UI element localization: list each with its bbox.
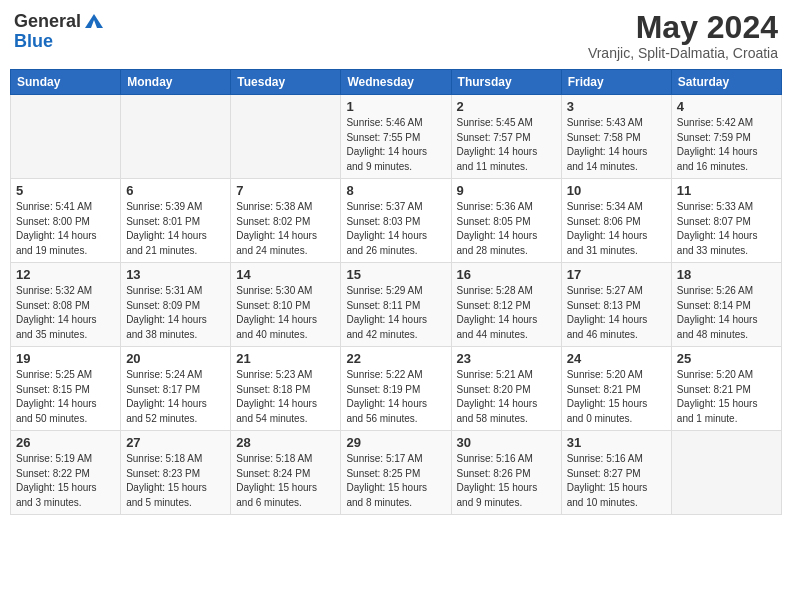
weekday-header-friday: Friday	[561, 70, 671, 95]
calendar-day-cell: 8Sunrise: 5:37 AMSunset: 8:03 PMDaylight…	[341, 179, 451, 263]
logo-icon	[83, 10, 105, 32]
calendar-day-cell: 19Sunrise: 5:25 AMSunset: 8:15 PMDayligh…	[11, 347, 121, 431]
day-info: Sunrise: 5:27 AMSunset: 8:13 PMDaylight:…	[567, 284, 666, 342]
calendar-day-cell: 14Sunrise: 5:30 AMSunset: 8:10 PMDayligh…	[231, 263, 341, 347]
logo-blue-text: Blue	[14, 32, 105, 50]
calendar-day-cell: 25Sunrise: 5:20 AMSunset: 8:21 PMDayligh…	[671, 347, 781, 431]
day-number: 5	[16, 183, 115, 198]
calendar-day-cell: 31Sunrise: 5:16 AMSunset: 8:27 PMDayligh…	[561, 431, 671, 515]
calendar-day-cell: 2Sunrise: 5:45 AMSunset: 7:57 PMDaylight…	[451, 95, 561, 179]
calendar-day-cell: 13Sunrise: 5:31 AMSunset: 8:09 PMDayligh…	[121, 263, 231, 347]
calendar-day-cell: 28Sunrise: 5:18 AMSunset: 8:24 PMDayligh…	[231, 431, 341, 515]
day-info: Sunrise: 5:28 AMSunset: 8:12 PMDaylight:…	[457, 284, 556, 342]
day-number: 13	[126, 267, 225, 282]
day-number: 29	[346, 435, 445, 450]
day-info: Sunrise: 5:37 AMSunset: 8:03 PMDaylight:…	[346, 200, 445, 258]
day-info: Sunrise: 5:30 AMSunset: 8:10 PMDaylight:…	[236, 284, 335, 342]
day-info: Sunrise: 5:16 AMSunset: 8:26 PMDaylight:…	[457, 452, 556, 510]
calendar-day-cell: 29Sunrise: 5:17 AMSunset: 8:25 PMDayligh…	[341, 431, 451, 515]
day-info: Sunrise: 5:16 AMSunset: 8:27 PMDaylight:…	[567, 452, 666, 510]
day-info: Sunrise: 5:21 AMSunset: 8:20 PMDaylight:…	[457, 368, 556, 426]
day-number: 7	[236, 183, 335, 198]
calendar-week-row: 5Sunrise: 5:41 AMSunset: 8:00 PMDaylight…	[11, 179, 782, 263]
day-info: Sunrise: 5:20 AMSunset: 8:21 PMDaylight:…	[677, 368, 776, 426]
day-number: 15	[346, 267, 445, 282]
weekday-header-tuesday: Tuesday	[231, 70, 341, 95]
calendar-day-cell: 18Sunrise: 5:26 AMSunset: 8:14 PMDayligh…	[671, 263, 781, 347]
day-info: Sunrise: 5:43 AMSunset: 7:58 PMDaylight:…	[567, 116, 666, 174]
calendar-day-cell: 26Sunrise: 5:19 AMSunset: 8:22 PMDayligh…	[11, 431, 121, 515]
logo: General Blue	[14, 10, 105, 50]
day-number: 12	[16, 267, 115, 282]
day-number: 30	[457, 435, 556, 450]
day-number: 20	[126, 351, 225, 366]
day-info: Sunrise: 5:26 AMSunset: 8:14 PMDaylight:…	[677, 284, 776, 342]
calendar-day-cell: 20Sunrise: 5:24 AMSunset: 8:17 PMDayligh…	[121, 347, 231, 431]
calendar-day-cell: 4Sunrise: 5:42 AMSunset: 7:59 PMDaylight…	[671, 95, 781, 179]
day-info: Sunrise: 5:19 AMSunset: 8:22 PMDaylight:…	[16, 452, 115, 510]
day-info: Sunrise: 5:36 AMSunset: 8:05 PMDaylight:…	[457, 200, 556, 258]
day-number: 21	[236, 351, 335, 366]
day-info: Sunrise: 5:41 AMSunset: 8:00 PMDaylight:…	[16, 200, 115, 258]
calendar-day-cell	[121, 95, 231, 179]
day-number: 27	[126, 435, 225, 450]
calendar-day-cell: 30Sunrise: 5:16 AMSunset: 8:26 PMDayligh…	[451, 431, 561, 515]
day-info: Sunrise: 5:32 AMSunset: 8:08 PMDaylight:…	[16, 284, 115, 342]
day-number: 26	[16, 435, 115, 450]
day-info: Sunrise: 5:45 AMSunset: 7:57 PMDaylight:…	[457, 116, 556, 174]
weekday-header-wednesday: Wednesday	[341, 70, 451, 95]
day-number: 3	[567, 99, 666, 114]
calendar-day-cell: 27Sunrise: 5:18 AMSunset: 8:23 PMDayligh…	[121, 431, 231, 515]
day-number: 8	[346, 183, 445, 198]
day-info: Sunrise: 5:46 AMSunset: 7:55 PMDaylight:…	[346, 116, 445, 174]
day-number: 16	[457, 267, 556, 282]
calendar-day-cell: 6Sunrise: 5:39 AMSunset: 8:01 PMDaylight…	[121, 179, 231, 263]
calendar-day-cell: 23Sunrise: 5:21 AMSunset: 8:20 PMDayligh…	[451, 347, 561, 431]
day-info: Sunrise: 5:25 AMSunset: 8:15 PMDaylight:…	[16, 368, 115, 426]
calendar-day-cell: 11Sunrise: 5:33 AMSunset: 8:07 PMDayligh…	[671, 179, 781, 263]
day-number: 22	[346, 351, 445, 366]
weekday-header-row: SundayMondayTuesdayWednesdayThursdayFrid…	[11, 70, 782, 95]
calendar-day-cell: 16Sunrise: 5:28 AMSunset: 8:12 PMDayligh…	[451, 263, 561, 347]
calendar-day-cell: 15Sunrise: 5:29 AMSunset: 8:11 PMDayligh…	[341, 263, 451, 347]
day-info: Sunrise: 5:22 AMSunset: 8:19 PMDaylight:…	[346, 368, 445, 426]
day-info: Sunrise: 5:33 AMSunset: 8:07 PMDaylight:…	[677, 200, 776, 258]
day-info: Sunrise: 5:18 AMSunset: 8:23 PMDaylight:…	[126, 452, 225, 510]
day-number: 2	[457, 99, 556, 114]
day-info: Sunrise: 5:39 AMSunset: 8:01 PMDaylight:…	[126, 200, 225, 258]
day-info: Sunrise: 5:38 AMSunset: 8:02 PMDaylight:…	[236, 200, 335, 258]
day-number: 10	[567, 183, 666, 198]
calendar-week-row: 19Sunrise: 5:25 AMSunset: 8:15 PMDayligh…	[11, 347, 782, 431]
calendar-day-cell	[231, 95, 341, 179]
day-info: Sunrise: 5:24 AMSunset: 8:17 PMDaylight:…	[126, 368, 225, 426]
day-info: Sunrise: 5:42 AMSunset: 7:59 PMDaylight:…	[677, 116, 776, 174]
calendar-week-row: 26Sunrise: 5:19 AMSunset: 8:22 PMDayligh…	[11, 431, 782, 515]
day-number: 9	[457, 183, 556, 198]
page-header: General Blue May 2024 Vranjic, Split-Dal…	[10, 10, 782, 61]
day-number: 1	[346, 99, 445, 114]
calendar-day-cell: 12Sunrise: 5:32 AMSunset: 8:08 PMDayligh…	[11, 263, 121, 347]
weekday-header-monday: Monday	[121, 70, 231, 95]
day-number: 25	[677, 351, 776, 366]
day-number: 4	[677, 99, 776, 114]
calendar-day-cell: 1Sunrise: 5:46 AMSunset: 7:55 PMDaylight…	[341, 95, 451, 179]
calendar-day-cell	[671, 431, 781, 515]
calendar-week-row: 1Sunrise: 5:46 AMSunset: 7:55 PMDaylight…	[11, 95, 782, 179]
day-number: 11	[677, 183, 776, 198]
calendar-day-cell: 22Sunrise: 5:22 AMSunset: 8:19 PMDayligh…	[341, 347, 451, 431]
day-info: Sunrise: 5:34 AMSunset: 8:06 PMDaylight:…	[567, 200, 666, 258]
calendar-day-cell: 17Sunrise: 5:27 AMSunset: 8:13 PMDayligh…	[561, 263, 671, 347]
day-number: 6	[126, 183, 225, 198]
day-number: 17	[567, 267, 666, 282]
day-info: Sunrise: 5:17 AMSunset: 8:25 PMDaylight:…	[346, 452, 445, 510]
day-number: 24	[567, 351, 666, 366]
calendar-day-cell	[11, 95, 121, 179]
day-info: Sunrise: 5:20 AMSunset: 8:21 PMDaylight:…	[567, 368, 666, 426]
calendar-day-cell: 3Sunrise: 5:43 AMSunset: 7:58 PMDaylight…	[561, 95, 671, 179]
calendar-table: SundayMondayTuesdayWednesdayThursdayFrid…	[10, 69, 782, 515]
calendar-day-cell: 9Sunrise: 5:36 AMSunset: 8:05 PMDaylight…	[451, 179, 561, 263]
calendar-day-cell: 21Sunrise: 5:23 AMSunset: 8:18 PMDayligh…	[231, 347, 341, 431]
day-number: 14	[236, 267, 335, 282]
day-info: Sunrise: 5:18 AMSunset: 8:24 PMDaylight:…	[236, 452, 335, 510]
weekday-header-saturday: Saturday	[671, 70, 781, 95]
